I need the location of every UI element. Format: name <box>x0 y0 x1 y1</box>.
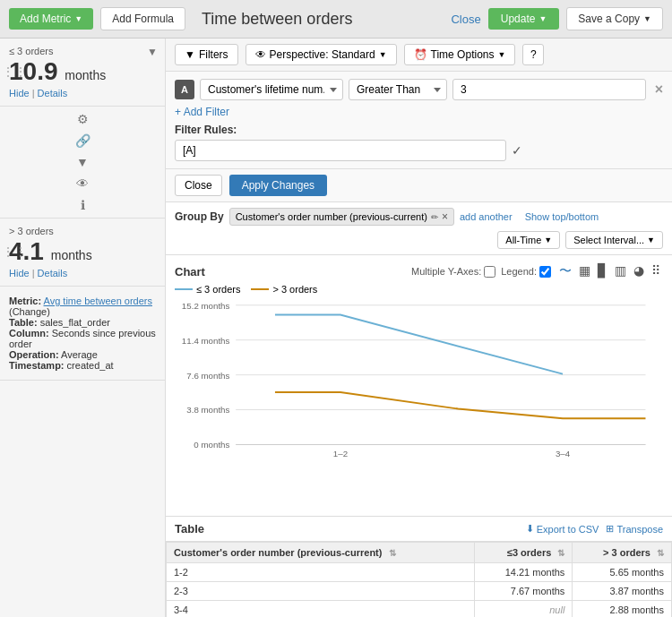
metric-condition-2: > 3 orders <box>9 226 156 236</box>
metric-info-change: (Change) <box>9 306 156 317</box>
table-actions: ⬇ Export to CSV ⊞ Transpose <box>526 523 663 535</box>
update-label: Update <box>501 13 536 25</box>
metric-links-1: Hide | Details <box>9 88 156 99</box>
action-bar: Close Apply Changes <box>166 169 672 202</box>
groupby-edit-icon[interactable]: ✏ <box>431 212 438 222</box>
multiple-y-checkbox[interactable] <box>484 266 495 278</box>
filter-bar: ▼ Filters 👁 Perspective: Standard ▼ ⏰ Ti… <box>166 39 672 72</box>
filter-field-select[interactable]: Customer's lifetime num... <box>200 79 343 100</box>
hide-link-1[interactable]: Hide <box>9 88 30 99</box>
col-header-0[interactable]: Customer's order number (previous-curren… <box>167 543 475 563</box>
filters-button[interactable]: ▼ Filters <box>175 44 238 65</box>
add-formula-button[interactable]: Add Formula <box>100 7 185 30</box>
details-link-1[interactable]: Details <box>38 88 68 99</box>
groupby-right: All-Time ▼ Select Interval... ▼ <box>497 231 663 249</box>
filter-row: A Customer's lifetime num... Greater Tha… <box>175 79 663 100</box>
time-options-button[interactable]: ⏰ Time Options ▼ <box>404 44 516 65</box>
pie-chart-icon[interactable]: ◕ <box>631 262 647 280</box>
filter-check-icon[interactable]: ✓ <box>512 143 522 158</box>
all-time-arrow: ▼ <box>544 236 552 244</box>
metric-unit-1: months <box>65 68 106 82</box>
transpose-button[interactable]: ⊞ Transpose <box>606 523 663 535</box>
perspective-icon: 👁 <box>255 48 266 61</box>
perspective-button[interactable]: 👁 Perspective: Standard ▼ <box>246 44 397 65</box>
filter-condition-select[interactable]: Greater Than <box>349 79 447 100</box>
table-cell-col1-0: 14.21 months <box>475 563 573 582</box>
drag-handle-2[interactable]: ⋮⋮ <box>2 244 27 259</box>
export-csv-label: Export to CSV <box>537 524 599 535</box>
table-header-bar: Table ⬇ Export to CSV ⊞ Transpose <box>166 517 672 542</box>
svg-text:0 months: 0 months <box>194 440 229 450</box>
metric-block-2: ⋮⋮ > 3 orders 4.1 months Hide | Details <box>0 219 165 287</box>
close-button[interactable]: Close <box>175 175 222 196</box>
export-icon: ⬇ <box>526 523 534 535</box>
metric-condition-1: ≤ 3 orders <box>9 46 156 56</box>
groupby-remove-icon[interactable]: × <box>442 210 448 223</box>
info-icon[interactable]: ℹ <box>79 196 87 214</box>
transpose-label: Transpose <box>616 524 663 535</box>
hide-link-2[interactable]: Hide <box>9 268 30 279</box>
metric-info-metric-value[interactable]: Avg time between orders <box>44 296 152 306</box>
add-filter-link[interactable]: + Add Filter <box>175 106 663 124</box>
link-icon[interactable]: 🔗 <box>73 132 92 150</box>
export-csv-button[interactable]: ⬇ Export to CSV <box>526 523 599 535</box>
close-link[interactable]: Close <box>451 13 480 26</box>
apply-changes-button[interactable]: Apply Changes <box>229 175 327 196</box>
save-copy-button[interactable]: Save a Copy ▼ <box>566 7 663 30</box>
table-section: Table ⬇ Export to CSV ⊞ Transpose <box>166 517 672 617</box>
col-header-2-label: > 3 orders <box>603 547 650 558</box>
add-metric-button[interactable]: Add Metric ▼ <box>9 8 93 30</box>
svg-text:11.4 months: 11.4 months <box>182 336 230 346</box>
stacked-chart-icon[interactable]: ▥ <box>612 262 629 280</box>
table-cell-label-2: 3-4 <box>167 601 475 618</box>
groupby-tag-label: Customer's order number (previous-curren… <box>236 211 427 222</box>
metric-info-table: Table: sales_flat_order <box>9 317 156 328</box>
add-metric-label: Add Metric <box>20 13 71 25</box>
filter-rule-input[interactable] <box>175 140 506 161</box>
legend-label[interactable]: Legend: <box>501 266 551 278</box>
update-button[interactable]: Update ▼ <box>488 8 560 30</box>
filter-icon-1[interactable]: ▼ <box>147 46 158 58</box>
eye-icon[interactable]: 👁 <box>74 175 90 193</box>
filter-side-icon[interactable]: ▼ <box>74 153 90 171</box>
bar-chart-icon[interactable]: ▊ <box>595 262 610 280</box>
metric-info: Metric: Avg time between orders (Change)… <box>0 287 165 381</box>
add-metric-arrow: ▼ <box>74 14 82 23</box>
metric-info-column-label: Column: <box>9 328 49 338</box>
multiple-y-label[interactable]: Multiple Y-Axes: <box>411 266 495 278</box>
side-icons: ⚙ 🔗 ▼ 👁 ℹ <box>0 107 165 219</box>
metric-info-timestamp-label: Timestamp: <box>9 360 65 371</box>
legend-line-2 <box>251 288 269 290</box>
right-panel: ▼ Filters 👁 Perspective: Standard ▼ ⏰ Ti… <box>166 39 672 617</box>
filter-rule-row: ✓ <box>175 140 663 161</box>
area-chart-icon[interactable]: ▦ <box>576 262 593 280</box>
legend-label-2: > 3 orders <box>272 284 317 295</box>
transpose-icon: ⊞ <box>606 523 614 535</box>
interval-button[interactable]: Select Interval... ▼ <box>565 231 663 249</box>
interval-label: Select Interval... <box>573 235 644 245</box>
all-time-button[interactable]: All-Time ▼ <box>497 231 560 249</box>
show-top-bottom-link[interactable]: Show top/bottom <box>525 211 599 222</box>
add-another-link[interactable]: add another <box>460 211 513 222</box>
legend-label-1: ≤ 3 orders <box>196 284 240 295</box>
filter-value-input[interactable] <box>452 79 646 100</box>
drag-handle-1[interactable]: ⋮⋮ <box>2 64 27 79</box>
add-filter-anchor[interactable]: + Add Filter <box>175 106 229 118</box>
col-header-2[interactable]: > 3 orders ⇅ <box>573 543 672 563</box>
groupby-tag: Customer's order number (previous-curren… <box>229 208 454 226</box>
svg-text:7.6 months: 7.6 months <box>186 371 229 381</box>
update-arrow: ▼ <box>538 14 547 23</box>
scatter-chart-icon[interactable]: ⠿ <box>649 262 663 280</box>
col-header-1[interactable]: ≤3 orders ⇅ <box>475 543 573 563</box>
metric-value-2: 4.1 months <box>9 238 156 266</box>
details-link-2[interactable]: Details <box>38 268 68 279</box>
settings-icon[interactable]: ⚙ <box>75 110 90 128</box>
line-chart-icon[interactable]: 〜 <box>556 262 574 280</box>
perspective-arrow: ▼ <box>379 50 387 59</box>
line-chart: 15.2 months 11.4 months 7.6 months 3.8 m… <box>175 298 663 459</box>
metric-block-1: ⋮⋮ ≤ 3 orders 10.9 months Hide | Details… <box>0 39 165 107</box>
save-copy-label: Save a Copy <box>578 13 640 25</box>
legend-checkbox[interactable] <box>539 266 551 278</box>
filter-remove-button[interactable]: × <box>655 81 663 98</box>
help-button[interactable]: ? <box>522 44 544 65</box>
